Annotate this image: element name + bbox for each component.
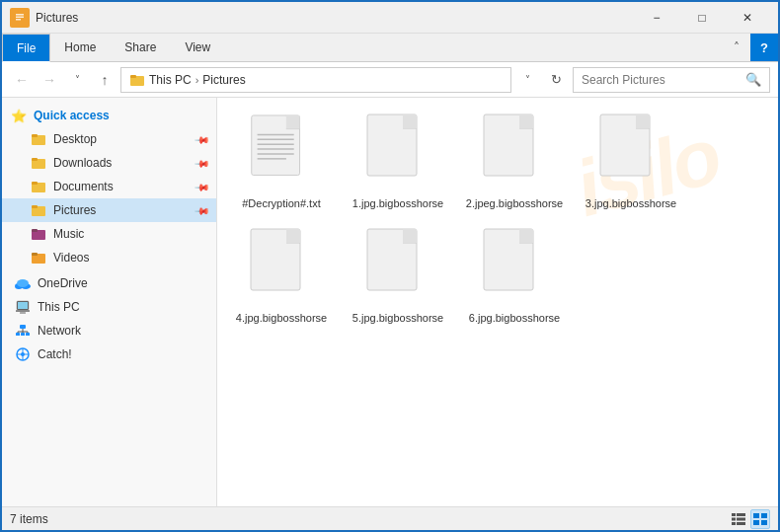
- file-name-5jpg: 5.jpg.bigbosshorse: [352, 311, 443, 325]
- sidebar-item-documents[interactable]: Documents 📌: [2, 175, 216, 198]
- sidebar: ⭐ Quick access Desktop 📌 Downloads 📌 Doc…: [2, 98, 217, 506]
- file-icon-1jpg: [358, 114, 437, 192]
- sidebar-item-catch[interactable]: Catch!: [2, 342, 216, 366]
- list-view-button[interactable]: [729, 509, 748, 529]
- svg-rect-50: [519, 114, 533, 128]
- sidebar-item-desktop[interactable]: Desktop 📌: [2, 127, 216, 151]
- pictures-folder-icon: [30, 201, 47, 219]
- file-icon-4jpg: [242, 228, 321, 307]
- svg-rect-9: [32, 158, 38, 161]
- sidebar-item-music[interactable]: Music: [2, 222, 216, 246]
- svg-rect-59: [732, 513, 736, 516]
- tab-share[interactable]: Share: [111, 34, 171, 61]
- svg-rect-56: [403, 229, 417, 243]
- file-item-1jpg[interactable]: 1.jpg.bigbosshorse: [344, 108, 452, 214]
- main-content: ⭐ Quick access Desktop 📌 Downloads 📌 Doc…: [2, 98, 778, 506]
- search-input[interactable]: [582, 73, 745, 87]
- sidebar-label-downloads: Downloads: [53, 156, 196, 170]
- address-bar: ← → ˅ ↑ This PC › Pictures ˅ ↻ 🔍: [2, 62, 778, 98]
- documents-pin-icon: 📌: [195, 179, 210, 194]
- file-item-3jpg[interactable]: 3.jpg.bigbosshorse: [577, 108, 685, 214]
- window-controls: − □ ✕: [634, 2, 770, 34]
- file-name-4jpg: 4.jpg.bigbosshorse: [236, 311, 327, 325]
- svg-point-20: [17, 279, 29, 287]
- grid-view-button[interactable]: [750, 509, 770, 529]
- ribbon-expand-button[interactable]: ˄: [723, 34, 750, 61]
- svg-rect-3: [16, 19, 21, 21]
- sidebar-label-documents: Documents: [53, 180, 196, 193]
- ribbon-tabs: File Home Share View ˄ ?: [2, 34, 778, 61]
- svg-rect-11: [32, 182, 38, 185]
- path-dropdown-button[interactable]: ˅: [515, 68, 539, 92]
- svg-rect-67: [753, 520, 759, 525]
- sidebar-label-videos: Videos: [53, 251, 208, 265]
- svg-rect-68: [761, 520, 767, 525]
- address-path[interactable]: This PC › Pictures: [120, 67, 511, 93]
- maximize-button[interactable]: □: [679, 2, 725, 34]
- file-icon-3jpg: [591, 114, 670, 192]
- back-button[interactable]: ←: [10, 68, 34, 92]
- documents-folder-icon: [30, 178, 47, 195]
- path-thispc: This PC: [149, 73, 192, 87]
- svg-rect-64: [737, 522, 745, 525]
- svg-rect-26: [20, 325, 26, 329]
- videos-folder-icon: [30, 249, 47, 266]
- file-item-decryption[interactable]: #Decryption#.txt: [227, 108, 336, 214]
- svg-rect-65: [753, 513, 759, 518]
- window-title: Pictures: [36, 11, 634, 25]
- sidebar-label-music: Music: [53, 227, 208, 241]
- svg-rect-66: [761, 513, 767, 518]
- sidebar-item-quick-access[interactable]: ⭐ Quick access: [2, 104, 216, 127]
- file-icon-5jpg: [358, 228, 437, 307]
- svg-rect-52: [636, 114, 650, 128]
- music-folder-icon: [30, 225, 47, 243]
- svg-rect-40: [286, 115, 300, 129]
- tab-view[interactable]: View: [171, 34, 225, 61]
- up-button[interactable]: ↑: [93, 68, 117, 92]
- sidebar-label-onedrive: OneDrive: [38, 276, 208, 290]
- file-item-2jpeg[interactable]: 2.jpeg.bigbosshorse: [460, 108, 569, 214]
- tab-file[interactable]: File: [2, 34, 50, 62]
- svg-rect-15: [32, 229, 38, 232]
- app-icon: [10, 8, 30, 28]
- svg-rect-62: [737, 513, 745, 516]
- dropdown-button[interactable]: ˅: [65, 68, 89, 92]
- sidebar-label-pictures: Pictures: [53, 203, 196, 217]
- catch-icon: [14, 345, 32, 363]
- svg-rect-48: [403, 114, 417, 128]
- downloads-pin-icon: 📌: [195, 155, 210, 171]
- forward-button[interactable]: →: [38, 68, 61, 92]
- tab-home[interactable]: Home: [50, 34, 111, 61]
- svg-rect-7: [32, 134, 38, 137]
- desktop-pin-icon: 📌: [195, 131, 210, 147]
- onedrive-icon: [14, 274, 32, 292]
- refresh-button[interactable]: ↻: [543, 67, 569, 93]
- search-icon[interactable]: 🔍: [745, 72, 761, 87]
- close-button[interactable]: ✕: [725, 2, 770, 34]
- file-name-3jpg: 3.jpg.bigbosshorse: [585, 196, 676, 210]
- downloads-folder-icon: [30, 154, 47, 172]
- sidebar-item-videos[interactable]: Videos: [2, 246, 216, 269]
- sidebar-label-desktop: Desktop: [53, 132, 196, 146]
- file-icon-6jpg: [475, 228, 554, 307]
- minimize-button[interactable]: −: [634, 2, 679, 34]
- file-icon-decryption: [242, 114, 321, 192]
- sidebar-item-thispc[interactable]: This PC: [2, 295, 216, 319]
- thispc-icon: [14, 298, 32, 316]
- path-current: Pictures: [202, 73, 245, 87]
- file-item-4jpg[interactable]: 4.jpg.bigbosshorse: [227, 222, 336, 329]
- search-box[interactable]: 🔍: [573, 67, 770, 93]
- file-item-5jpg[interactable]: 5.jpg.bigbosshorse: [344, 222, 452, 329]
- sidebar-item-onedrive[interactable]: OneDrive: [2, 271, 216, 295]
- sidebar-item-pictures[interactable]: Pictures 📌: [2, 198, 216, 222]
- svg-rect-60: [732, 517, 736, 520]
- folder-icon: [129, 72, 145, 88]
- sidebar-item-network[interactable]: Network: [2, 319, 216, 342]
- file-item-6jpg[interactable]: 6.jpg.bigbosshorse: [460, 222, 569, 329]
- help-button[interactable]: ?: [750, 34, 778, 61]
- ribbon: File Home Share View ˄ ?: [2, 34, 778, 62]
- sidebar-item-downloads[interactable]: Downloads 📌: [2, 151, 216, 175]
- svg-rect-2: [16, 16, 24, 18]
- sidebar-label-network: Network: [38, 324, 208, 338]
- file-name-2jpeg: 2.jpeg.bigbosshorse: [466, 196, 563, 210]
